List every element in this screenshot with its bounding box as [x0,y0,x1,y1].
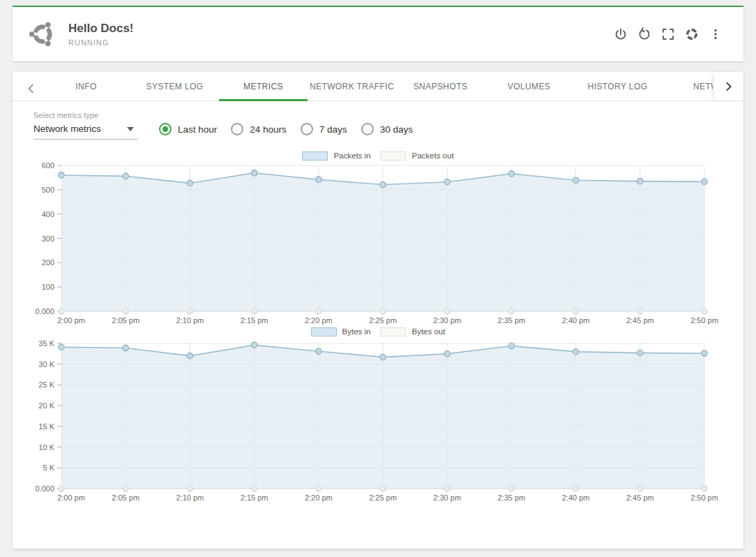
svg-text:20 K: 20 K [38,401,54,410]
svg-text:15 K: 15 K [38,422,54,431]
power-button[interactable] [614,27,628,41]
ubuntu-logo-icon [29,21,56,47]
svg-text:10 K: 10 K [38,443,54,452]
tab-scroll-right-button[interactable] [714,72,742,101]
tab-volumes[interactable]: VOLUMES [485,72,573,101]
metrics-type-select[interactable]: Network metrics [33,124,138,140]
radio-circle-icon [231,123,243,135]
restart-icon [637,27,651,41]
tab-history-log[interactable]: HISTORY LOG [573,72,662,101]
time-range-radiogroup: Last hour24 hours7 days30 days [159,121,413,138]
legend-item: Packets in [302,151,370,161]
radio-circle-icon [159,123,172,135]
legend-label: Packets in [333,151,370,160]
legend-swatch-icon [380,327,406,336]
legend-label: Bytes out [411,327,445,336]
header-card: Hello Docs! RUNNING [13,7,743,61]
metrics-type-value: Network metrics [33,124,101,134]
radio-label: Last hour [178,124,217,135]
radio-label: 30 days [380,124,413,135]
svg-text:2:00 pm: 2:00 pm [57,493,85,502]
svg-text:2:00 pm: 2:00 pm [57,316,85,325]
svg-text:2:15 pm: 2:15 pm [241,316,269,325]
tab-bar: INFOSYSTEM LOGMETRICSNETWORK TRAFFICSNAP… [13,72,743,101]
svg-text:2:45 pm: 2:45 pm [626,316,654,325]
packets-chart-legend: Packets inPackets out [13,150,743,161]
svg-text:2:50 pm: 2:50 pm [690,316,718,325]
radio-7-days[interactable]: 7 days [301,123,347,135]
tab-info[interactable]: INFO [42,72,130,101]
tab-metrics[interactable]: METRICS [219,72,308,101]
svg-text:30 K: 30 K [38,360,54,369]
svg-text:2:10 pm: 2:10 pm [176,493,204,502]
chevron-down-icon [127,127,134,131]
svg-text:2:30 pm: 2:30 pm [433,316,461,325]
tab-netw[interactable]: NETW [662,72,713,101]
svg-text:2:40 pm: 2:40 pm [562,493,590,502]
kebab-icon [709,27,723,41]
radio-last-hour[interactable]: Last hour [159,123,217,135]
svg-text:2:20 pm: 2:20 pm [305,316,333,325]
svg-text:2:50 pm: 2:50 pm [690,493,718,502]
radio-30-days[interactable]: 30 days [361,123,413,135]
legend-item: Packets out [380,151,453,161]
legend-label: Bytes in [342,327,371,336]
svg-text:0.000: 0.000 [35,307,54,315]
legend-label: Packets out [411,151,453,160]
svg-text:300: 300 [42,235,54,243]
header-actions [614,27,723,41]
tab-snapshots[interactable]: SNAPSHOTS [396,72,485,101]
container-status: RUNNING [68,38,134,47]
svg-text:2:15 pm: 2:15 pm [241,493,269,502]
fullscreen-icon [661,27,675,41]
radio-label: 7 days [319,124,347,135]
tabs-strip: INFOSYSTEM LOGMETRICSNETWORK TRAFFICSNAP… [42,72,713,101]
svg-text:2:35 pm: 2:35 pm [498,316,526,325]
svg-text:35 K: 35 K [38,339,54,348]
title-block: Hello Docs! RUNNING [68,22,134,47]
spinner-icon [685,27,699,41]
svg-text:2:45 pm: 2:45 pm [626,493,654,502]
svg-text:0.000: 0.000 [35,484,54,493]
bytes-chart: 0.0005 K10 K15 K20 K25 K30 K35 K2:00 pm2… [13,327,743,505]
svg-text:2:25 pm: 2:25 pm [369,493,397,502]
legend-swatch-icon [311,327,337,336]
container-title: Hello Docs! [68,22,134,36]
tab-system-log[interactable]: SYSTEM LOG [130,72,219,101]
metrics-type-label: Select metrics type [33,111,138,119]
svg-text:5 K: 5 K [43,463,54,472]
tab-scroll-left-button[interactable] [20,77,43,100]
svg-text:400: 400 [42,210,54,218]
svg-text:600: 600 [42,161,54,170]
main-panel: INFOSYSTEM LOGMETRICSNETWORK TRAFFICSNAP… [13,72,743,549]
metrics-type-control: Select metrics type Network metrics [33,111,138,140]
bytes-chart-legend: Bytes inBytes out [13,326,743,337]
more-menu-button[interactable] [709,27,723,41]
legend-item: Bytes out [380,327,445,336]
chevron-left-icon [25,82,38,95]
svg-text:2:05 pm: 2:05 pm [112,493,139,502]
power-icon [614,27,628,41]
spinner-button[interactable] [685,27,699,41]
legend-swatch-icon [302,151,328,161]
tab-network-traffic[interactable]: NETWORK TRAFFIC [308,72,396,101]
restart-button[interactable] [637,27,651,41]
svg-text:2:30 pm: 2:30 pm [433,493,461,502]
svg-text:2:25 pm: 2:25 pm [369,316,397,325]
svg-text:2:20 pm: 2:20 pm [305,493,333,502]
svg-text:2:05 pm: 2:05 pm [112,316,139,325]
svg-text:2:40 pm: 2:40 pm [562,316,590,325]
packets-chart: 0.0001002003004005006002:00 pm2:05 pm2:1… [13,149,743,327]
fullscreen-button[interactable] [661,27,675,41]
page: { "header": { "title": "Hello Docs!", "s… [0,0,756,557]
radio-circle-icon [301,123,313,135]
radio-label: 24 hours [250,124,287,135]
radio-24-hours[interactable]: 24 hours [231,123,287,135]
svg-text:100: 100 [42,283,54,291]
radio-circle-icon [361,123,374,135]
chevron-right-icon [722,80,734,93]
legend-item: Bytes in [311,327,371,336]
svg-text:2:35 pm: 2:35 pm [498,493,526,502]
svg-text:500: 500 [42,186,54,194]
svg-text:200: 200 [42,258,54,267]
